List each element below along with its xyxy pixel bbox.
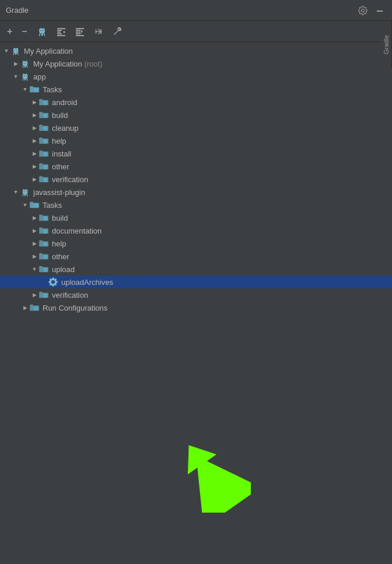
gear-icon-uploadArchives [48, 277, 58, 287]
folder-gear-icon-app-install [38, 149, 49, 158]
svg-rect-0 [377, 11, 383, 12]
tree-item-app-help[interactable]: help [0, 134, 392, 147]
svg-point-57 [36, 308, 37, 309]
svg-point-36 [45, 179, 46, 180]
folder-gear-icon-app-tasks [29, 85, 40, 94]
tree-item-app[interactable]: app [0, 70, 392, 83]
chevron-javassist-upload [30, 265, 38, 273]
tree-item-javassist-build[interactable]: build [0, 211, 392, 224]
label-app-tasks: Tasks [43, 85, 62, 94]
tree-item-app-other[interactable]: other [0, 160, 392, 173]
tree-item-app-install[interactable]: install [0, 147, 392, 160]
title-bar-right [356, 5, 386, 16]
svg-point-53 [45, 269, 46, 270]
svg-point-9 [15, 50, 15, 50]
label-app-help: help [52, 137, 66, 145]
tree-item-app-tasks[interactable]: Tasks [0, 83, 392, 96]
svg-point-28 [45, 128, 46, 129]
tree-item-my-application-root[interactable]: My Application (root) [0, 57, 392, 70]
folder-gear-icon-javassist-documentation [38, 226, 49, 235]
label-uploadArchives: uploadArchives [61, 278, 113, 287]
chevron-javassist-build [30, 214, 38, 222]
svg-point-49 [45, 243, 46, 245]
chevron-app [12, 72, 20, 81]
expand-all-icon [75, 27, 85, 36]
label-my-application: My Application [24, 47, 73, 55]
chevron-my-application [2, 47, 10, 55]
chevron-javassist-tasks [21, 201, 29, 209]
svg-point-45 [45, 218, 46, 219]
svg-point-20 [26, 75, 26, 76]
chevron-my-application-root [12, 60, 20, 68]
svg-point-43 [36, 205, 37, 206]
label-app-build: build [52, 111, 68, 120]
folder-gear-icon-app-help [38, 136, 49, 145]
chevron-app-cleanup [30, 124, 38, 132]
label-javassist-plugin: javassist-plugin [33, 188, 85, 197]
tree-item-javassist-help[interactable]: help [0, 237, 392, 250]
elephant-icon-app [20, 72, 30, 81]
tree-item-javassist-verification[interactable]: verification [0, 288, 392, 301]
folder-gear-icon-javassist-verification [38, 290, 49, 300]
label-javassist-help: help [52, 239, 66, 248]
tree-item-app-build[interactable]: build [0, 109, 392, 121]
chevron-javassist-other [30, 252, 38, 260]
chevron-app-install [30, 149, 38, 158]
chevron-app-build [30, 111, 38, 119]
svg-point-55 [45, 295, 46, 296]
elephant-icon [37, 26, 47, 37]
folder-gear-icon-app-cleanup [38, 123, 49, 133]
minimize-button[interactable] [373, 5, 386, 16]
link-gradle-button[interactable] [90, 25, 107, 38]
chevron-javassist-plugin [12, 188, 20, 196]
remove-button[interactable]: − [18, 25, 30, 39]
link-icon [94, 27, 103, 36]
tree-item-javassist-plugin[interactable]: javassist-plugin [0, 186, 392, 199]
label-app: app [33, 72, 46, 81]
tree-item-run-configurations[interactable]: Run Configurations [0, 301, 392, 314]
chevron-app-other [30, 162, 38, 170]
chevron-javassist-verification [30, 291, 38, 299]
side-label: Gradle [381, 21, 392, 68]
tree-item-app-verification[interactable]: verification [0, 173, 392, 186]
folder-gear-icon-javassist-help [38, 239, 49, 248]
elephant-icon-my-application-root [20, 59, 30, 68]
tree-item-app-cleanup[interactable]: cleanup [0, 121, 392, 134]
elephant-icon-my-application [10, 46, 21, 55]
title-bar: Gradle [0, 0, 392, 21]
chevron-run-configurations [21, 304, 29, 312]
add-button[interactable]: + [4, 25, 16, 39]
svg-point-30 [45, 141, 46, 142]
svg-point-19 [24, 75, 24, 76]
tree-item-javassist-documentation[interactable]: documentation [0, 224, 392, 237]
svg-point-4 [40, 30, 41, 30]
svg-point-24 [45, 102, 46, 103]
folder-gear-icon-javassist-other [38, 252, 49, 261]
svg-point-15 [26, 62, 26, 63]
collapse-all-button[interactable] [53, 25, 69, 38]
wrench-icon [113, 27, 122, 36]
expand-all-button[interactable] [72, 25, 88, 38]
folder-gear-icon-run-configurations [29, 303, 40, 312]
folder-gear-icon-javassist-tasks [29, 200, 40, 210]
tree-item-javassist-uploadArchives[interactable]: uploadArchives [0, 276, 392, 288]
tree-item-my-application[interactable]: My Application [0, 44, 392, 57]
window-title: Gradle [6, 6, 29, 15]
folder-gear-icon-app-build [38, 110, 49, 120]
chevron-app-verification [30, 175, 38, 183]
label-run-configurations: Run Configurations [43, 304, 107, 312]
label-app-verification: verification [52, 175, 88, 184]
tree-item-app-android[interactable]: android [0, 96, 392, 109]
refresh-button[interactable] [33, 25, 51, 39]
tree-item-javassist-other[interactable]: other [0, 250, 392, 263]
folder-gear-icon-javassist-build [38, 213, 49, 222]
tree-item-javassist-tasks[interactable]: Tasks [0, 199, 392, 211]
svg-point-51 [45, 256, 46, 257]
tree-container: My Application My Application (root) [0, 42, 392, 564]
tree-item-javassist-upload[interactable]: upload [0, 263, 392, 276]
label-javassist-build: build [52, 214, 68, 222]
settings-button[interactable] [356, 5, 370, 16]
chevron-javassist-help [30, 239, 38, 248]
folder-gear-icon-app-android [38, 98, 49, 107]
gradle-settings-button[interactable] [109, 25, 125, 38]
